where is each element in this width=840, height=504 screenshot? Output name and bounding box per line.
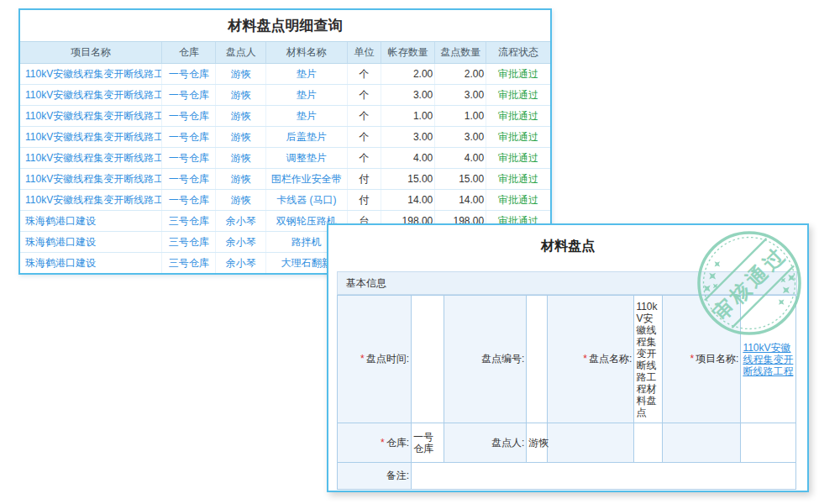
- query-table-header: 项目名称 仓库 盘点人 材料名称 单位 帐存数量 盘点数量 流程状态: [20, 42, 550, 64]
- cell-unit: 个: [347, 64, 381, 85]
- detail-panel-title: 材料盘点: [328, 238, 807, 255]
- cell-count-qty: 2.00: [435, 64, 486, 85]
- cell-unit: 个: [347, 148, 381, 169]
- cell-count-qty: 3.00: [435, 85, 486, 106]
- cell-material: 垫片: [266, 64, 348, 85]
- cell-book-qty: 1.00: [381, 106, 435, 127]
- project-link[interactable]: 110kV安徽线程集变开断线路工程: [743, 342, 793, 377]
- cell-unit: 个: [347, 106, 381, 127]
- required-mark: *: [690, 353, 694, 365]
- cell-unit: 个: [347, 127, 381, 148]
- cell-warehouse: 一号仓库: [162, 169, 216, 190]
- inventory-name-label: *盘点名称:: [547, 296, 633, 423]
- empty-value-cell: [634, 423, 663, 463]
- cell-project[interactable]: 110kV安徽线程集变开断线路工程: [20, 106, 162, 127]
- cell-project[interactable]: 110kV安徽线程集变开断线路工程: [20, 169, 162, 190]
- cell-material: 垫片: [266, 85, 348, 106]
- cell-project[interactable]: 珠海鹤港口建设: [20, 253, 162, 274]
- cell-book-qty: 3.00: [381, 127, 435, 148]
- cell-status[interactable]: 审批通过: [486, 106, 550, 127]
- cell-project[interactable]: 110kV安徽线程集变开断线路工程: [20, 190, 162, 211]
- table-row: 110kV安徽线程集变开断线路工程 一号仓库 游恢 垫片 个 1.00 1.00…: [20, 106, 550, 127]
- cell-book-qty: 3.00: [381, 85, 435, 106]
- form-row-3: 备注:: [338, 463, 796, 490]
- cell-status[interactable]: 审批通过: [486, 64, 550, 85]
- detail-form: *盘点时间: 盘点编号: *盘点名称: 110kV安徽线程集变开断线路工程材料盘…: [337, 295, 796, 490]
- remark-label: 备注:: [338, 463, 412, 490]
- cell-status[interactable]: 审批通过: [486, 85, 550, 106]
- cell-material: 卡线器 (马口): [266, 190, 348, 211]
- cell-project[interactable]: 110kV安徽线程集变开断线路工程: [20, 127, 162, 148]
- empty-label-cell: [663, 423, 741, 463]
- cell-material: 垫片: [266, 106, 348, 127]
- cell-book-qty: 4.00: [381, 148, 435, 169]
- table-row: 110kV安徽线程集变开断线路工程 一号仓库 游恢 调整垫片 个 4.00 4.…: [20, 148, 550, 169]
- cell-status[interactable]: 审批通过: [486, 169, 550, 190]
- cell-status[interactable]: 审批通过: [486, 190, 550, 211]
- cell-project[interactable]: 110kV安徽线程集变开断线路工程: [20, 85, 162, 106]
- empty-label-cell: [547, 423, 633, 463]
- inventory-code-field: [527, 296, 548, 423]
- table-row: 110kV安徽线程集变开断线路工程 一号仓库 游恢 围栏作业安全带 付 15.0…: [20, 169, 550, 190]
- cell-count-qty: 14.00: [435, 190, 486, 211]
- cell-status[interactable]: 审批通过: [486, 148, 550, 169]
- cell-person: 游恢: [216, 190, 266, 211]
- cell-book-qty: 2.00: [381, 64, 435, 85]
- col-header-book-qty: 帐存数量: [381, 42, 435, 64]
- required-mark: *: [360, 353, 365, 365]
- cell-project[interactable]: 珠海鹤港口建设: [20, 211, 162, 232]
- cell-warehouse: 三号仓库: [162, 253, 216, 274]
- form-row-1: *盘点时间: 盘点编号: *盘点名称: 110kV安徽线程集变开断线路工程材料盘…: [338, 296, 796, 423]
- project-name-label: *项目名称:: [663, 296, 741, 423]
- cell-unit: 个: [347, 85, 381, 106]
- cell-warehouse: 三号仓库: [162, 211, 216, 232]
- inventory-time-label: *盘点时间:: [338, 296, 412, 423]
- cell-material: 调整垫片: [266, 148, 348, 169]
- table-row: 110kV安徽线程集变开断线路工程 一号仓库 游恢 垫片 个 2.00 2.00…: [20, 64, 550, 85]
- cell-person: 余小琴: [216, 232, 266, 253]
- cell-unit: 付: [347, 169, 381, 190]
- cell-material: 后盖垫片: [266, 127, 348, 148]
- cell-warehouse: 一号仓库: [162, 148, 216, 169]
- col-header-project: 项目名称: [20, 42, 162, 64]
- col-header-material: 材料名称: [266, 42, 348, 64]
- cell-person: 余小琴: [216, 211, 266, 232]
- required-mark: *: [381, 437, 385, 449]
- col-header-person: 盘点人: [216, 42, 266, 64]
- required-mark: *: [583, 353, 587, 365]
- cell-person: 游恢: [216, 148, 266, 169]
- cell-warehouse: 一号仓库: [162, 85, 216, 106]
- cell-warehouse: 一号仓库: [162, 127, 216, 148]
- person-field: 游恢: [527, 423, 548, 463]
- table-row: 110kV安徽线程集变开断线路工程 一号仓库 游恢 后盖垫片 个 3.00 3.…: [20, 127, 550, 148]
- cell-status[interactable]: 审批通过: [486, 127, 550, 148]
- cell-book-qty: 14.00: [381, 190, 435, 211]
- detail-panel: 材料盘点 基本信息 *盘点时间: 盘点编号: *盘点名称: 110kV安徽线程集…: [327, 223, 809, 492]
- remark-field: [412, 463, 796, 490]
- warehouse-field: 一号仓库: [412, 423, 444, 463]
- cell-person: 游恢: [216, 127, 266, 148]
- table-row: 110kV安徽线程集变开断线路工程 一号仓库 游恢 垫片 个 3.00 3.00…: [20, 85, 550, 106]
- cell-project[interactable]: 珠海鹤港口建设: [20, 232, 162, 253]
- cell-count-qty: 3.00: [435, 127, 486, 148]
- cell-material: 围栏作业安全带: [266, 169, 348, 190]
- cell-unit: 付: [347, 190, 381, 211]
- col-header-unit: 单位: [347, 42, 381, 64]
- empty-value-cell: [741, 423, 796, 463]
- form-row-2: *仓库: 一号仓库 盘点人: 游恢: [338, 423, 796, 463]
- cell-count-qty: 15.00: [435, 169, 486, 190]
- project-name-field: 110kV安徽线程集变开断线路工程: [741, 296, 796, 423]
- cell-project[interactable]: 110kV安徽线程集变开断线路工程: [20, 64, 162, 85]
- basic-info-section-header: 基本信息: [337, 271, 797, 295]
- cell-person: 游恢: [216, 169, 266, 190]
- cell-book-qty: 15.00: [381, 169, 435, 190]
- person-label: 盘点人:: [444, 423, 527, 463]
- warehouse-label: *仓库:: [338, 423, 412, 463]
- cell-project[interactable]: 110kV安徽线程集变开断线路工程: [20, 148, 162, 169]
- col-header-status: 流程状态: [486, 42, 550, 64]
- cell-warehouse: 一号仓库: [162, 190, 216, 211]
- cell-person: 游恢: [216, 85, 266, 106]
- cell-person: 游恢: [216, 64, 266, 85]
- inventory-code-label: 盘点编号:: [444, 296, 527, 423]
- page: 材料盘点明细查询 项目名称 仓库 盘点人 材料名称 单位 帐存数量 盘点数量 流…: [0, 0, 840, 504]
